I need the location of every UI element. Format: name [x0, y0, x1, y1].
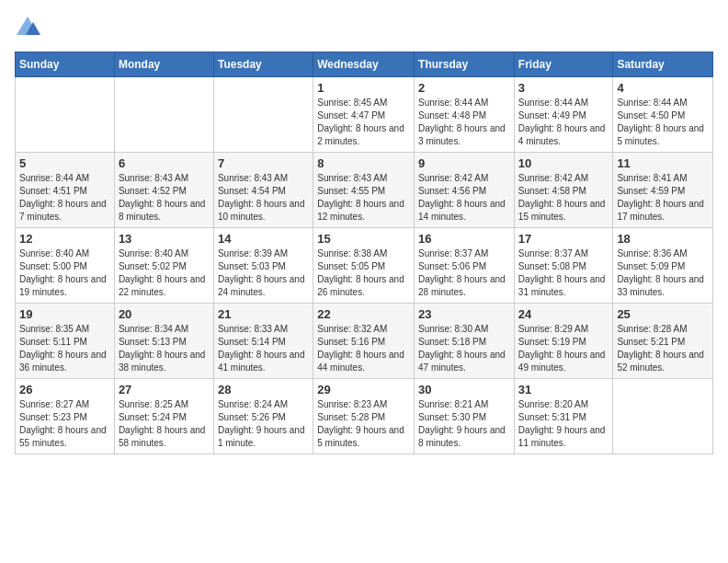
day-number: 7 — [218, 156, 309, 170]
day-number: 12 — [19, 232, 110, 246]
day-number: 30 — [418, 383, 510, 396]
calendar-week-row: 5Sunrise: 8:44 AM Sunset: 4:51 PM Daylig… — [16, 153, 713, 228]
day-number: 10 — [518, 156, 609, 170]
calendar-cell — [213, 77, 313, 153]
calendar-cell: 10Sunrise: 8:42 AM Sunset: 4:58 PM Dayli… — [514, 153, 613, 228]
day-number: 15 — [317, 232, 410, 246]
day-info: Sunrise: 8:43 AM Sunset: 4:52 PM Dayligh… — [119, 172, 210, 224]
calendar-cell: 18Sunrise: 8:36 AM Sunset: 5:09 PM Dayli… — [613, 228, 713, 304]
day-info: Sunrise: 8:30 AM Sunset: 5:18 PM Dayligh… — [418, 323, 510, 374]
calendar-weekday-header: Saturday — [613, 52, 713, 77]
day-info: Sunrise: 8:29 AM Sunset: 5:19 PM Dayligh… — [518, 323, 609, 374]
calendar-header: SundayMondayTuesdayWednesdayThursdayFrid… — [16, 52, 713, 77]
calendar-cell — [114, 77, 213, 153]
calendar-cell: 27Sunrise: 8:25 AM Sunset: 5:24 PM Dayli… — [114, 379, 213, 454]
day-number: 8 — [317, 156, 410, 170]
calendar-header-row: SundayMondayTuesdayWednesdayThursdayFrid… — [16, 52, 713, 77]
day-number: 31 — [518, 383, 609, 396]
logo — [15, 15, 44, 40]
day-info: Sunrise: 8:25 AM Sunset: 5:24 PM Dayligh… — [119, 398, 210, 450]
calendar-cell: 19Sunrise: 8:35 AM Sunset: 5:11 PM Dayli… — [16, 304, 115, 379]
day-number: 29 — [317, 383, 410, 396]
day-info: Sunrise: 8:23 AM Sunset: 5:28 PM Dayligh… — [317, 398, 410, 450]
day-info: Sunrise: 8:35 AM Sunset: 5:11 PM Dayligh… — [19, 323, 110, 374]
day-info: Sunrise: 8:45 AM Sunset: 4:47 PM Dayligh… — [317, 97, 410, 148]
calendar-week-row: 26Sunrise: 8:27 AM Sunset: 5:23 PM Dayli… — [16, 379, 713, 454]
day-number: 16 — [418, 232, 510, 246]
calendar-cell: 9Sunrise: 8:42 AM Sunset: 4:56 PM Daylig… — [415, 153, 515, 228]
calendar-cell: 21Sunrise: 8:33 AM Sunset: 5:14 PM Dayli… — [213, 304, 313, 379]
calendar-weekday-header: Wednesday — [313, 52, 415, 77]
day-info: Sunrise: 8:44 AM Sunset: 4:48 PM Dayligh… — [418, 97, 510, 148]
calendar-body: 1Sunrise: 8:45 AM Sunset: 4:47 PM Daylig… — [16, 77, 713, 454]
day-number: 21 — [218, 307, 309, 321]
day-info: Sunrise: 8:38 AM Sunset: 5:05 PM Dayligh… — [317, 247, 410, 299]
day-number: 1 — [317, 81, 410, 95]
calendar-cell: 3Sunrise: 8:44 AM Sunset: 4:49 PM Daylig… — [514, 77, 613, 153]
calendar-cell: 12Sunrise: 8:40 AM Sunset: 5:00 PM Dayli… — [16, 228, 115, 304]
calendar-cell: 28Sunrise: 8:24 AM Sunset: 5:26 PM Dayli… — [213, 379, 313, 454]
calendar-cell: 11Sunrise: 8:41 AM Sunset: 4:59 PM Dayli… — [613, 153, 713, 228]
day-info: Sunrise: 8:40 AM Sunset: 5:02 PM Dayligh… — [119, 247, 210, 299]
day-number: 22 — [317, 307, 410, 321]
calendar-cell: 20Sunrise: 8:34 AM Sunset: 5:13 PM Dayli… — [114, 304, 213, 379]
calendar-cell: 15Sunrise: 8:38 AM Sunset: 5:05 PM Dayli… — [313, 228, 415, 304]
day-number: 28 — [218, 383, 309, 396]
calendar-cell: 24Sunrise: 8:29 AM Sunset: 5:19 PM Dayli… — [514, 304, 613, 379]
calendar-cell: 26Sunrise: 8:27 AM Sunset: 5:23 PM Dayli… — [16, 379, 115, 454]
day-info: Sunrise: 8:42 AM Sunset: 4:58 PM Dayligh… — [518, 172, 609, 224]
day-number: 25 — [617, 307, 709, 321]
day-info: Sunrise: 8:21 AM Sunset: 5:30 PM Dayligh… — [418, 398, 510, 450]
calendar-cell: 29Sunrise: 8:23 AM Sunset: 5:28 PM Dayli… — [313, 379, 415, 454]
day-info: Sunrise: 8:44 AM Sunset: 4:51 PM Dayligh… — [19, 172, 110, 224]
calendar-week-row: 1Sunrise: 8:45 AM Sunset: 4:47 PM Daylig… — [16, 77, 713, 153]
day-number: 20 — [119, 307, 210, 321]
calendar-cell: 17Sunrise: 8:37 AM Sunset: 5:08 PM Dayli… — [514, 228, 613, 304]
day-number: 17 — [518, 232, 609, 246]
calendar-cell: 31Sunrise: 8:20 AM Sunset: 5:31 PM Dayli… — [514, 379, 613, 454]
calendar-weekday-header: Monday — [114, 52, 213, 77]
day-info: Sunrise: 8:32 AM Sunset: 5:16 PM Dayligh… — [317, 323, 410, 374]
day-number: 19 — [19, 307, 110, 321]
day-info: Sunrise: 8:43 AM Sunset: 4:55 PM Dayligh… — [317, 172, 410, 224]
day-info: Sunrise: 8:40 AM Sunset: 5:00 PM Dayligh… — [19, 247, 110, 299]
day-number: 24 — [518, 307, 609, 321]
calendar-cell — [16, 77, 115, 153]
day-info: Sunrise: 8:37 AM Sunset: 5:06 PM Dayligh… — [418, 247, 510, 299]
calendar-cell: 5Sunrise: 8:44 AM Sunset: 4:51 PM Daylig… — [16, 153, 115, 228]
calendar-cell: 22Sunrise: 8:32 AM Sunset: 5:16 PM Dayli… — [313, 304, 415, 379]
day-info: Sunrise: 8:37 AM Sunset: 5:08 PM Dayligh… — [518, 247, 609, 299]
calendar-weekday-header: Tuesday — [213, 52, 313, 77]
calendar-cell: 14Sunrise: 8:39 AM Sunset: 5:03 PM Dayli… — [213, 228, 313, 304]
calendar-week-row: 19Sunrise: 8:35 AM Sunset: 5:11 PM Dayli… — [16, 304, 713, 379]
day-number: 5 — [19, 156, 110, 170]
day-info: Sunrise: 8:44 AM Sunset: 4:49 PM Dayligh… — [518, 97, 609, 148]
calendar-weekday-header: Thursday — [415, 52, 515, 77]
day-number: 6 — [119, 156, 210, 170]
day-info: Sunrise: 8:39 AM Sunset: 5:03 PM Dayligh… — [218, 247, 309, 299]
day-number: 18 — [617, 232, 709, 246]
day-number: 14 — [218, 232, 309, 246]
day-info: Sunrise: 8:20 AM Sunset: 5:31 PM Dayligh… — [518, 398, 609, 450]
logo-icon — [15, 15, 40, 40]
day-number: 3 — [518, 81, 609, 95]
day-info: Sunrise: 8:36 AM Sunset: 5:09 PM Dayligh… — [617, 247, 709, 299]
day-info: Sunrise: 8:44 AM Sunset: 4:50 PM Dayligh… — [617, 97, 709, 148]
day-info: Sunrise: 8:27 AM Sunset: 5:23 PM Dayligh… — [19, 398, 110, 450]
calendar-table: SundayMondayTuesdayWednesdayThursdayFrid… — [15, 52, 713, 454]
calendar-cell: 25Sunrise: 8:28 AM Sunset: 5:21 PM Dayli… — [613, 304, 713, 379]
day-number: 2 — [418, 81, 510, 95]
calendar-cell: 13Sunrise: 8:40 AM Sunset: 5:02 PM Dayli… — [114, 228, 213, 304]
calendar-cell: 16Sunrise: 8:37 AM Sunset: 5:06 PM Dayli… — [415, 228, 515, 304]
day-number: 13 — [119, 232, 210, 246]
day-info: Sunrise: 8:42 AM Sunset: 4:56 PM Dayligh… — [418, 172, 510, 224]
day-number: 11 — [617, 156, 709, 170]
calendar-cell: 8Sunrise: 8:43 AM Sunset: 4:55 PM Daylig… — [313, 153, 415, 228]
calendar-cell: 4Sunrise: 8:44 AM Sunset: 4:50 PM Daylig… — [613, 77, 713, 153]
day-info: Sunrise: 8:24 AM Sunset: 5:26 PM Dayligh… — [218, 398, 309, 450]
day-number: 9 — [418, 156, 510, 170]
calendar-cell: 30Sunrise: 8:21 AM Sunset: 5:30 PM Dayli… — [415, 379, 515, 454]
day-info: Sunrise: 8:28 AM Sunset: 5:21 PM Dayligh… — [617, 323, 709, 374]
calendar-cell — [613, 379, 713, 454]
day-info: Sunrise: 8:43 AM Sunset: 4:54 PM Dayligh… — [218, 172, 309, 224]
